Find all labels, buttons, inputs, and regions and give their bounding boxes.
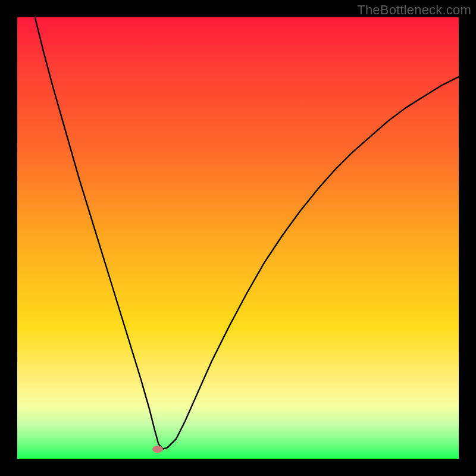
plot-area — [17, 17, 459, 459]
optimum-marker — [152, 446, 163, 453]
watermark-text: TheBottleneck.com — [357, 2, 471, 18]
bottleneck-curve — [17, 17, 459, 459]
chart-frame: TheBottleneck.com — [0, 0, 476, 476]
